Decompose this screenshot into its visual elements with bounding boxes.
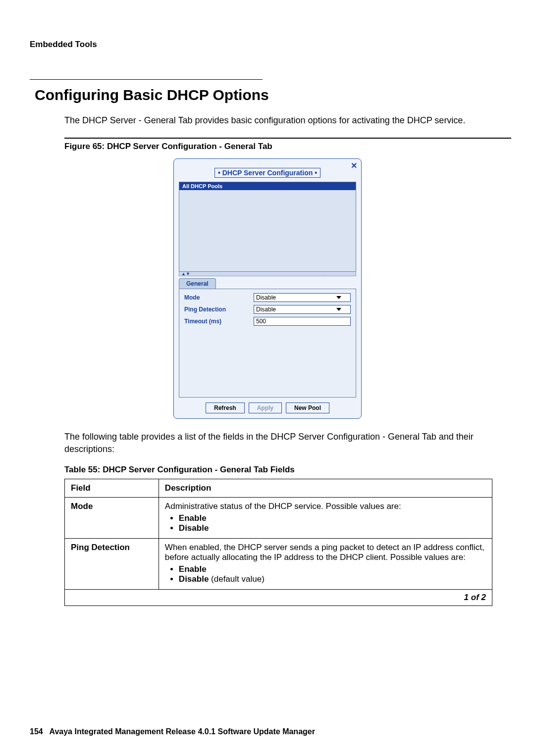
ping-desc-lead: When enabled, the DHCP server sends a pi… <box>165 543 484 562</box>
rule-above-title <box>30 79 263 80</box>
refresh-button[interactable]: Refresh <box>206 403 245 413</box>
chevron-down-icon <box>336 296 341 299</box>
cell-desc-ping: When enabled, the DHCP server sends a pi… <box>159 539 492 590</box>
mode-label: Mode <box>184 294 254 301</box>
apply-button[interactable]: Apply <box>249 403 282 413</box>
mode-select[interactable]: Disable <box>254 293 351 302</box>
section-heading: Configuring Basic DHCP Options <box>35 87 505 103</box>
list-item: Disable (default value) <box>179 574 486 584</box>
general-panel: Mode Disable Ping Detection Disable Time… <box>179 289 356 398</box>
dhcp-pool-list[interactable]: All DHCP Pools <box>179 182 356 272</box>
figure-image: ✕ • DHCP Server Configuration • All DHCP… <box>173 158 362 419</box>
dialog-title: • DHCP Server Configuration • <box>214 168 321 178</box>
figure-separator <box>64 138 511 139</box>
dhcp-config-dialog: ✕ • DHCP Server Configuration • All DHCP… <box>173 158 362 419</box>
close-icon[interactable]: ✕ <box>351 161 357 170</box>
chevron-down-icon <box>336 308 341 311</box>
pool-list-header: All DHCP Pools <box>179 182 356 190</box>
cell-desc-mode: Administrative status of the DHCP servic… <box>159 498 492 539</box>
table-page-indicator: 1 of 2 <box>64 590 492 606</box>
figure-caption: Figure 65: DHCP Server Configuration - G… <box>64 142 505 151</box>
ping-detection-select[interactable]: Disable <box>254 305 351 314</box>
list-item: Disable <box>179 523 486 533</box>
intro-paragraph: The DHCP Server - General Tab provides b… <box>64 114 495 127</box>
fields-table: Field Description Mode Administrative st… <box>64 479 492 590</box>
cell-field-mode: Mode <box>65 498 159 539</box>
table-caption: Table 55: DHCP Server Configuration - Ge… <box>64 465 505 475</box>
cell-field-ping: Ping Detection <box>65 539 159 590</box>
splitter-handle-icon: ▲▼ <box>181 271 190 276</box>
ping-detection-value: Disable <box>256 306 276 313</box>
timeout-label: Timeout (ms) <box>184 318 254 325</box>
timeout-input[interactable]: 500 <box>254 317 351 326</box>
timeout-value: 500 <box>256 318 266 325</box>
mode-select-value: Disable <box>256 294 276 301</box>
new-pool-button[interactable]: New Pool <box>286 403 329 413</box>
th-description: Description <box>159 479 492 498</box>
ping-detection-label: Ping Detection <box>184 306 254 313</box>
tab-general[interactable]: General <box>179 278 216 289</box>
th-field: Field <box>65 479 159 498</box>
mode-desc-lead: Administrative status of the DHCP servic… <box>165 502 401 511</box>
list-item: Enable <box>179 564 486 574</box>
table-row: Ping Detection When enabled, the DHCP se… <box>65 539 492 590</box>
page-header: Embedded Tools <box>30 40 505 50</box>
after-figure-paragraph: The following table provides a list of t… <box>64 431 495 455</box>
book-title: Avaya Integrated Management Release 4.0.… <box>49 727 315 736</box>
pane-splitter[interactable]: ▲▼ <box>179 272 356 276</box>
table-row: Mode Administrative status of the DHCP s… <box>65 498 492 539</box>
list-item: Enable <box>179 513 486 523</box>
page-number: 154 <box>30 727 43 736</box>
page-footer: 154 Avaya Integrated Management Release … <box>30 727 315 736</box>
